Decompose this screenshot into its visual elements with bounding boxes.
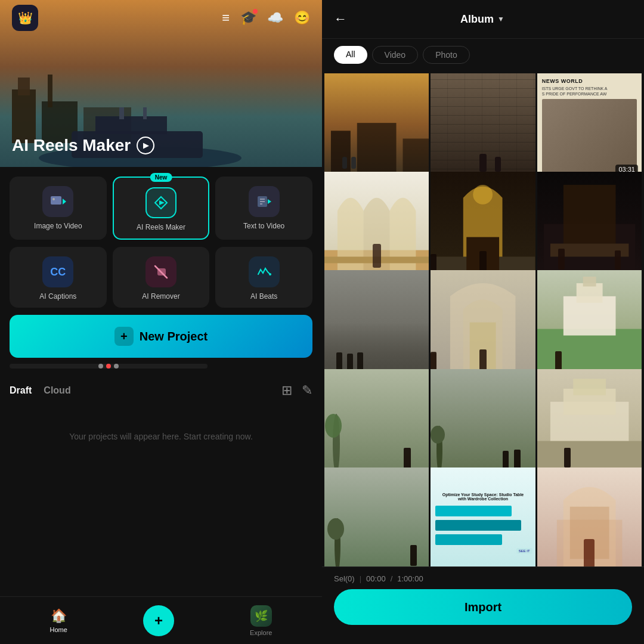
svg-marker-19	[268, 199, 271, 204]
left-panel: 👑 ≡ 🎓 ☁️ 😊 AI Reels Maker ▶	[0, 0, 322, 644]
tabs-left: Draft Cloud	[10, 385, 71, 396]
cloud-icon[interactable]: ☁️	[267, 10, 283, 26]
svg-point-48	[327, 518, 344, 540]
dot2-red	[106, 364, 111, 369]
play-circle-icon[interactable]: ▶	[137, 137, 154, 154]
svg-rect-9	[143, 107, 147, 119]
photo-cell-13[interactable]	[324, 467, 429, 566]
svg-rect-0	[12, 89, 36, 143]
svg-rect-35	[537, 329, 642, 375]
photo-cell-7[interactable]	[324, 270, 429, 374]
new-project-button[interactable]: + New Project	[10, 315, 312, 358]
photo-cell-8[interactable]	[431, 270, 535, 374]
filter-video[interactable]: Video	[372, 46, 419, 64]
import-button[interactable]: Import	[334, 589, 632, 625]
tool-ai-remover[interactable]: AI Remover	[113, 247, 210, 308]
tab-cloud[interactable]: Cloud	[44, 385, 70, 396]
tab-draft[interactable]: Draft	[10, 385, 32, 396]
grid-view-icon[interactable]: ⊞	[281, 383, 292, 398]
album-chevron-icon: ▼	[497, 15, 504, 23]
ai-captions-icon: CC	[42, 256, 73, 287]
photo-cell-1[interactable]	[324, 73, 429, 178]
emoji-icon[interactable]: 😊	[294, 10, 310, 26]
nav-home[interactable]: 🏠 Home	[50, 608, 67, 633]
action-row: + New Project	[10, 315, 312, 369]
tool-ai-captions[interactable]: CC AI Captions	[10, 247, 107, 308]
tool-ai-beats[interactable]: AI Beats	[215, 247, 312, 308]
filter-photo[interactable]: Photo	[423, 46, 470, 64]
new-project-label: New Project	[140, 330, 208, 343]
content-area: Image to Video New AI Reels Maker Text t…	[0, 167, 322, 596]
graduation-icon[interactable]: 🎓	[240, 10, 256, 26]
album-title: Album ▼	[357, 13, 608, 26]
nav-explore[interactable]: 🌿 Explore	[250, 605, 272, 636]
photo-cell-9[interactable]	[537, 270, 642, 374]
news-image: NEWS WORLD ISTS URGE GOVT TO RETHINK AS …	[537, 73, 642, 178]
more-options-button[interactable]	[10, 364, 208, 369]
filter-tabs: All Video Photo	[322, 39, 644, 71]
svg-rect-10	[51, 196, 61, 205]
tool-label-text-to-video: Text to Video	[243, 222, 284, 230]
svg-point-40	[325, 414, 342, 438]
tool-label-ai-captions: AI Captions	[39, 292, 76, 301]
home-icon: 🏠	[51, 608, 67, 624]
bottom-nav: 🏠 Home + 🌿 Explore	[0, 596, 322, 644]
svg-marker-11	[63, 199, 66, 205]
tool-label-ai-beats: AI Beats	[250, 292, 277, 301]
dots-icon	[98, 364, 119, 369]
svg-point-42	[431, 426, 445, 444]
ai-reels-icon	[145, 187, 177, 218]
album-header: ← Album ▼	[322, 0, 644, 39]
tool-label-image-to-video: Image to Video	[34, 222, 82, 230]
bottom-tools-row: CC AI Captions AI Remover AI Beats	[10, 247, 312, 308]
svg-rect-1	[18, 78, 30, 95]
tabs-right: ⊞ ✎	[281, 383, 312, 398]
sel-count: Sel(0)	[334, 574, 355, 583]
edit-icon[interactable]: ✎	[302, 383, 312, 398]
crown-icon[interactable]: 👑	[12, 5, 38, 31]
svg-marker-14	[159, 200, 165, 205]
svg-rect-8	[119, 107, 124, 119]
empty-state: Your projects will appear here. Start cr…	[10, 408, 312, 465]
svg-rect-32	[563, 185, 615, 250]
dot3	[114, 364, 119, 369]
album-footer: Sel(0) | 00:00 / 1:00:00 Import	[322, 566, 644, 644]
nav-add-button[interactable]: +	[143, 605, 174, 636]
ai-beats-icon	[249, 256, 280, 287]
menu-icon[interactable]: ≡	[222, 10, 230, 26]
photo-cell-5[interactable]	[431, 172, 535, 276]
photo-cell-12[interactable]	[537, 369, 642, 473]
svg-rect-23	[331, 131, 351, 178]
hero-title: AI Reels Maker ▶	[12, 136, 154, 155]
tools-grid: Image to Video New AI Reels Maker Text t…	[10, 177, 312, 240]
right-panel: ← Album ▼ All Video Photo	[322, 0, 644, 644]
explore-icon: 🌿	[250, 605, 272, 627]
svg-rect-45	[573, 379, 606, 395]
tool-text-to-video[interactable]: Text to Video	[215, 177, 312, 240]
dot1	[98, 364, 103, 369]
filter-all[interactable]: All	[334, 46, 367, 64]
svg-point-22	[269, 273, 271, 275]
photo-cell-10[interactable]	[324, 369, 429, 473]
photo-cell-6[interactable]	[537, 172, 642, 276]
hero-image: 👑 ≡ 🎓 ☁️ 😊 AI Reels Maker ▶	[0, 0, 322, 167]
text-to-video-icon	[249, 186, 280, 217]
sel-info: Sel(0) | 00:00 / 1:00:00	[334, 574, 632, 583]
photo-cell-3[interactable]: NEWS WORLD ISTS URGE GOVT TO RETHINK AS …	[537, 73, 642, 178]
tool-ai-reels-maker[interactable]: New AI Reels Maker	[113, 177, 210, 240]
back-button[interactable]: ←	[334, 11, 347, 27]
tool-image-to-video[interactable]: Image to Video	[10, 177, 107, 240]
time-limit: 1:00:00	[397, 574, 423, 583]
svg-point-28	[473, 185, 493, 205]
image-to-video-icon	[42, 186, 73, 217]
photo-cell-11[interactable]	[431, 369, 535, 473]
photo-cell-2[interactable]	[431, 73, 535, 178]
photo-grid: NEWS WORLD ISTS URGE GOVT TO RETHINK AS …	[322, 71, 644, 566]
empty-state-text: Your projects will appear here. Start cr…	[69, 432, 253, 441]
photo-cell-4[interactable]	[324, 172, 429, 276]
shelf-image: Optimize Your Study Space: Studio Tablew…	[431, 467, 535, 566]
photo-cell-14[interactable]: Optimize Your Study Space: Studio Tablew…	[431, 467, 535, 566]
svg-rect-38	[583, 277, 596, 286]
photo-cell-15[interactable]	[537, 467, 642, 566]
nav-explore-label: Explore	[250, 629, 272, 636]
